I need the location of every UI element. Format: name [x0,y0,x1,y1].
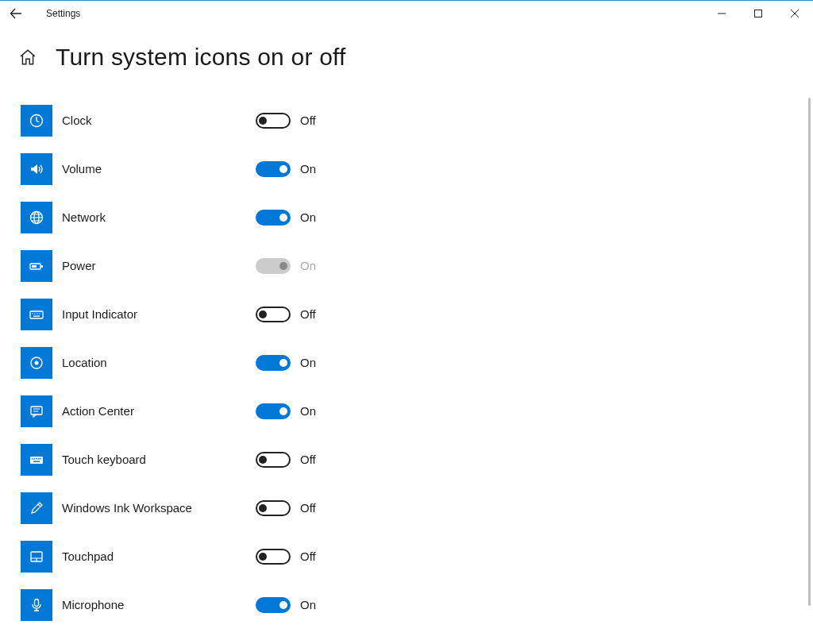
toggle-state-label: Off [300,114,316,127]
toggle-knob [259,553,267,561]
window-controls [703,1,813,26]
setting-label: Clock [62,114,256,127]
setting-row-network: NetworkOn [21,193,813,241]
toggle-location[interactable] [256,355,291,371]
toggle-touchpad[interactable] [256,549,291,565]
setting-row-touchpad: TouchpadOff [21,532,813,580]
toggle-state-label: On [300,404,316,418]
toggle-state-label: Off [300,453,316,466]
toggle-state-label: Off [300,501,316,515]
toggle-knob [259,504,267,512]
close-button[interactable] [776,1,813,26]
touchpad-icon [21,541,52,573]
toggle-knob [259,456,267,464]
setting-label: Touchpad [62,550,256,563]
setting-row-location: LocationOn [21,338,813,387]
setting-row-input: Input IndicatorOff [21,290,813,338]
titlebar: Settings [0,1,813,26]
toggle-state-label: On [300,598,316,611]
toggle-touchkb[interactable] [256,452,291,468]
toggle-knob [279,407,287,415]
setting-label: Power [62,259,256,272]
setting-label: Microphone [62,598,256,611]
toggle-state-label: Off [300,307,316,321]
setting-label: Input Indicator [62,307,256,321]
setting-row-touchkb: Touch keyboardOff [21,435,813,484]
toggle-input[interactable] [256,307,291,322]
page-title: Turn system icons on or off [56,44,346,71]
touchkb-icon [21,444,52,476]
header-row: Turn system icons on or off [0,26,813,71]
volume-icon [21,153,52,185]
toggle-state-label: On [300,356,316,369]
microphone-icon [21,589,52,621]
setting-row-ink: Windows Ink WorkspaceOff [21,484,813,532]
back-button[interactable] [0,1,32,26]
setting-row-clock: ClockOff [21,96,813,145]
setting-row-action: Action CenterOn [21,387,813,435]
app-title: Settings [46,8,80,19]
setting-label: Volume [62,162,256,175]
setting-row-mic: MicrophoneOn [21,580,813,627]
toggle-state-label: On [300,259,316,272]
clock-icon [21,105,52,137]
toggle-knob [279,359,287,367]
setting-label: Network [62,210,256,224]
maximize-button[interactable] [740,1,776,26]
toggle-knob [279,262,287,270]
home-icon [19,48,37,66]
toggle-state-label: On [300,162,316,175]
toggle-clock[interactable] [256,113,291,129]
setting-row-volume: VolumeOn [21,145,813,193]
toggle-knob [259,310,267,318]
toggle-volume[interactable] [256,161,291,177]
minimize-icon [718,10,726,17]
scrollbar[interactable] [807,98,812,638]
power-icon [21,250,52,282]
setting-row-power: PowerOn [21,241,813,290]
minimize-button[interactable] [703,1,740,26]
toggle-knob [279,214,287,222]
toggle-power [256,258,291,274]
setting-label: Location [62,356,256,369]
toggle-knob [279,165,287,173]
setting-label: Action Center [62,404,256,418]
toggle-state-label: On [300,210,316,224]
toggle-mic[interactable] [256,597,291,613]
keyboard-icon [21,299,52,330]
location-icon [21,347,52,379]
close-icon [791,10,799,17]
network-icon [21,202,52,233]
scrollbar-thumb[interactable] [808,98,811,606]
back-arrow-icon [10,7,22,20]
setting-label: Windows Ink Workspace [62,501,256,515]
toggle-state-label: Off [300,550,316,563]
setting-label: Touch keyboard [62,453,256,466]
toggle-ink[interactable] [256,500,291,516]
maximize-icon [754,10,762,17]
toggle-action[interactable] [256,403,291,419]
settings-list: ClockOffVolumeOnNetworkOnPowerOnInput In… [0,71,813,627]
toggle-knob [279,601,287,609]
svg-rect-0 [755,10,762,17]
action-icon [21,395,52,427]
ink-icon [21,492,52,524]
toggle-network[interactable] [256,210,291,226]
home-button[interactable] [19,48,37,66]
toggle-knob [259,117,267,125]
